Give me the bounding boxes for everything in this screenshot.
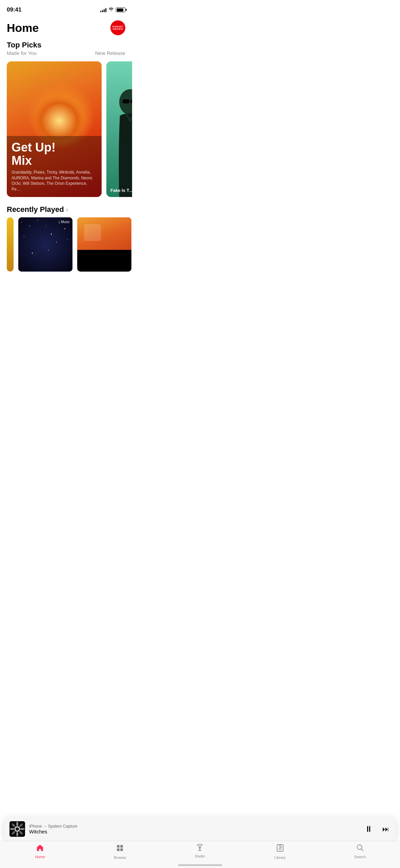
- page-title: Home: [7, 21, 39, 35]
- top-picks-new-release[interactable]: New Release: [95, 50, 125, 56]
- avatar-line2: HACKS: [112, 28, 124, 31]
- avatar[interactable]: GADGET HACKS: [110, 20, 125, 35]
- apple-music-badge:  Music: [59, 220, 70, 224]
- top-picks-subtitle-left: Made for You: [7, 50, 37, 56]
- recently-played-chevron[interactable]: ›: [66, 206, 68, 213]
- second-card-new-release[interactable]: Fake Is T…: [106, 61, 132, 197]
- status-bar: 09:41: [0, 0, 132, 17]
- featured-card-overlay: Get Up! Mix Grandaddy, Pixies, Tricky, M…: [7, 136, 102, 197]
- status-icons: [100, 7, 125, 13]
- svg-rect-2: [123, 99, 129, 103]
- badge-apple-logo: : [59, 220, 60, 224]
- wifi-icon: [108, 7, 114, 13]
- top-picks-scroll:  Music Get Up! Mix Grandaddy, Pixies, T…: [0, 57, 132, 202]
- battery-icon: [116, 7, 125, 12]
- featured-card-title: Get Up! Mix: [12, 141, 97, 167]
- recently-played-header: Recently Played ›: [0, 205, 132, 217]
- page-header: Home GADGET HACKS: [0, 17, 132, 41]
- second-card-title: Fake Is T…: [110, 188, 132, 193]
- recently-played-scroll:  Music: [0, 217, 132, 277]
- recently-played-title: Recently Played: [7, 205, 64, 214]
- recently-card-orange[interactable]: [77, 217, 131, 272]
- top-picks-title: Top Picks: [7, 41, 125, 50]
- top-picks-header: Top Picks Made for You New Release: [0, 41, 132, 57]
- recently-card-partial[interactable]: [7, 217, 14, 272]
- artist-image: [106, 61, 132, 197]
- recently-card-stars[interactable]:  Music: [18, 217, 72, 272]
- status-time: 09:41: [7, 6, 21, 13]
- featured-card-get-up-mix[interactable]:  Music Get Up! Mix Grandaddy, Pixies, T…: [7, 61, 102, 197]
- featured-card-description: Grandaddy, Pixies, Tricky, Mirändä, Anne…: [12, 170, 97, 192]
- second-card-text: Fake Is T…: [106, 184, 132, 197]
- badge-music-text: Music: [61, 220, 70, 224]
- orange-card-overlay: [77, 250, 131, 272]
- stars-background: [18, 217, 72, 272]
- signal-bars-icon: [100, 7, 106, 12]
- recently-played-section: Recently Played ›: [0, 202, 132, 277]
